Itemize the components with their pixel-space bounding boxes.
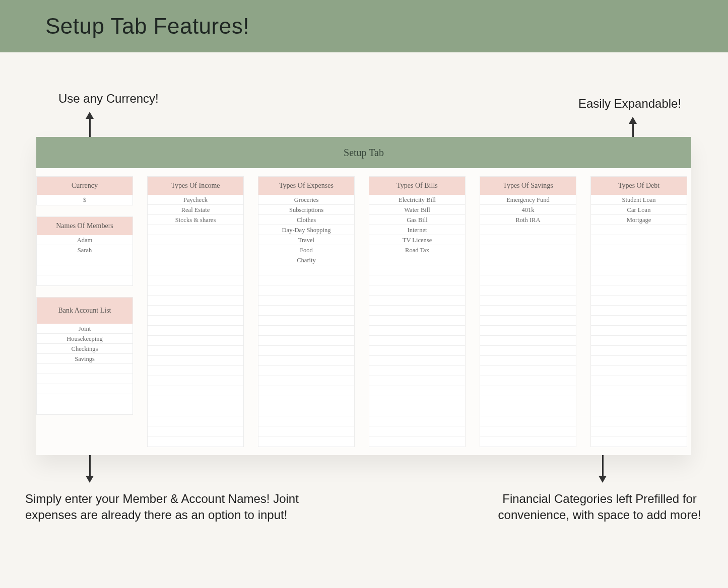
column-2-row[interactable]: Road Tax <box>369 245 465 255</box>
column-2-row[interactable] <box>369 386 465 396</box>
bank-card-row[interactable] <box>37 374 133 384</box>
bank-card-row[interactable] <box>37 394 133 404</box>
members-card-row[interactable] <box>37 265 133 275</box>
members-card-row[interactable]: Adam <box>37 235 133 245</box>
column-2-row[interactable] <box>369 416 465 426</box>
column-4-row[interactable] <box>591 255 687 265</box>
column-0-row[interactable] <box>148 255 243 265</box>
bank-card-row[interactable]: Checkings <box>37 344 133 354</box>
column-2-row[interactable] <box>369 436 465 447</box>
column-3-row[interactable] <box>480 296 576 306</box>
column-2-row[interactable] <box>369 326 465 336</box>
column-4-row[interactable] <box>591 225 687 235</box>
column-4-row[interactable] <box>591 265 687 275</box>
column-4-row[interactable] <box>591 396 687 406</box>
column-0-row[interactable] <box>148 366 243 376</box>
column-2-row[interactable] <box>369 336 465 346</box>
column-1-row[interactable] <box>258 416 354 426</box>
column-0-row[interactable] <box>148 265 243 275</box>
column-3-row[interactable]: Roth IRA <box>480 215 576 225</box>
column-3-row[interactable] <box>480 356 576 366</box>
column-1-row[interactable] <box>258 296 354 306</box>
column-4-row[interactable] <box>591 275 687 285</box>
column-1-row[interactable]: Clothes <box>258 215 354 225</box>
column-0-row[interactable] <box>148 316 243 326</box>
column-0-row[interactable] <box>148 245 243 255</box>
column-3-row[interactable] <box>480 225 576 235</box>
column-2-row[interactable] <box>369 426 465 436</box>
column-0-row[interactable] <box>148 436 243 447</box>
column-3-row[interactable] <box>480 275 576 285</box>
column-4-row[interactable]: Car Loan <box>591 205 687 215</box>
column-1-row[interactable]: Food <box>258 245 354 255</box>
column-0-row[interactable]: Stocks & shares <box>148 215 243 225</box>
column-1-row[interactable] <box>258 386 354 396</box>
column-0-row[interactable] <box>148 225 243 235</box>
column-4-row[interactable] <box>591 316 687 326</box>
column-3-row[interactable] <box>480 336 576 346</box>
column-1-row[interactable] <box>258 346 354 356</box>
column-1-row[interactable]: Charity <box>258 255 354 265</box>
column-1-row[interactable] <box>258 396 354 406</box>
column-3-row[interactable]: 401k <box>480 205 576 215</box>
column-2-row[interactable]: TV License <box>369 235 465 245</box>
column-0-row[interactable] <box>148 296 243 306</box>
bank-card-row[interactable] <box>37 384 133 394</box>
column-3-row[interactable] <box>480 366 576 376</box>
column-4-row[interactable]: Student Loan <box>591 195 687 205</box>
column-0-row[interactable] <box>148 426 243 436</box>
column-2-row[interactable] <box>369 346 465 356</box>
bank-card-row[interactable]: Savings <box>37 354 133 364</box>
column-3-row[interactable] <box>480 416 576 426</box>
column-4-row[interactable] <box>591 366 687 376</box>
column-0-row[interactable] <box>148 346 243 356</box>
column-0-row[interactable]: Real Estate <box>148 205 243 215</box>
column-3-row[interactable] <box>480 406 576 416</box>
column-0-row[interactable] <box>148 406 243 416</box>
column-3-row[interactable] <box>480 346 576 356</box>
column-2-row[interactable] <box>369 366 465 376</box>
column-3-row[interactable] <box>480 235 576 245</box>
column-2-row[interactable]: Electricity Bill <box>369 195 465 205</box>
column-0-row[interactable] <box>148 416 243 426</box>
column-4-row[interactable] <box>591 245 687 255</box>
column-2-row[interactable] <box>369 356 465 366</box>
column-4-row[interactable] <box>591 426 687 436</box>
column-4-row[interactable] <box>591 336 687 346</box>
column-4-row[interactable] <box>591 416 687 426</box>
column-1-row[interactable]: Day-Day Shopping <box>258 225 354 235</box>
column-1-row[interactable] <box>258 366 354 376</box>
column-2-row[interactable] <box>369 296 465 306</box>
bank-card-row[interactable] <box>37 404 133 414</box>
column-1-row[interactable] <box>258 356 354 366</box>
column-3-row[interactable] <box>480 285 576 296</box>
column-4-row[interactable] <box>591 346 687 356</box>
column-3-row[interactable] <box>480 255 576 265</box>
column-1-row[interactable] <box>258 406 354 416</box>
column-0-row[interactable] <box>148 235 243 245</box>
column-2-row[interactable] <box>369 396 465 406</box>
column-3-row[interactable] <box>480 316 576 326</box>
column-0-row[interactable] <box>148 356 243 366</box>
column-2-row[interactable] <box>369 255 465 265</box>
column-1-row[interactable]: Subscriptions <box>258 205 354 215</box>
column-0-row[interactable]: Paycheck <box>148 195 243 205</box>
column-2-row[interactable]: Water Bill <box>369 205 465 215</box>
column-4-row[interactable] <box>591 356 687 366</box>
column-2-row[interactable] <box>369 275 465 285</box>
column-3-row[interactable] <box>480 265 576 275</box>
column-3-row[interactable] <box>480 436 576 447</box>
column-2-row[interactable] <box>369 265 465 275</box>
column-1-row[interactable] <box>258 376 354 386</box>
column-0-row[interactable] <box>148 285 243 296</box>
column-2-row[interactable]: Internet <box>369 225 465 235</box>
column-2-row[interactable]: Gas Bill <box>369 215 465 225</box>
column-0-row[interactable] <box>148 336 243 346</box>
column-1-row[interactable] <box>258 326 354 336</box>
column-1-row[interactable] <box>258 316 354 326</box>
column-4-row[interactable] <box>591 326 687 336</box>
column-3-row[interactable] <box>480 245 576 255</box>
column-0-row[interactable] <box>148 326 243 336</box>
column-3-row[interactable] <box>480 426 576 436</box>
column-4-row[interactable] <box>591 436 687 447</box>
